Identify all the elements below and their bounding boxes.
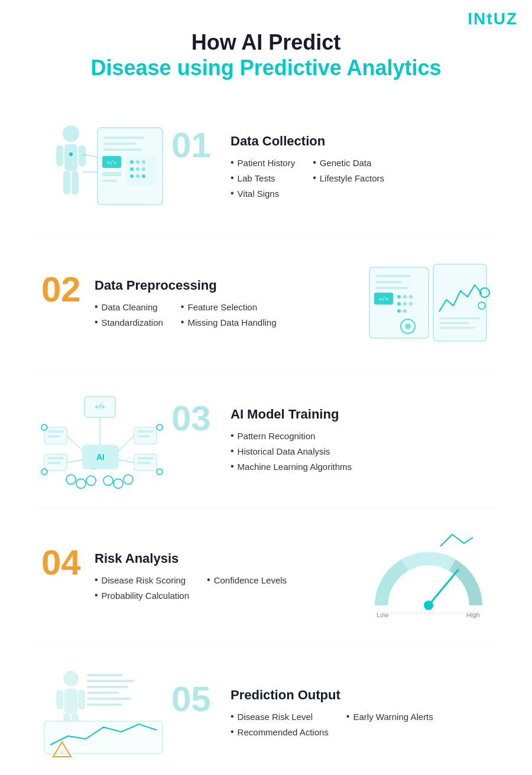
svg-point-22 — [142, 174, 145, 178]
section-05-title: Prediction Output — [231, 688, 485, 703]
bullets-left-01: Patient History Lab Tests Vital Signs — [231, 157, 295, 199]
svg-rect-10 — [103, 148, 142, 151]
bullet-feature-selection: Feature Selection — [181, 301, 277, 312]
section-01-title: Data Collection — [231, 134, 384, 149]
svg-rect-55 — [47, 435, 60, 437]
svg-rect-92 — [87, 674, 122, 676]
content-02: Data Preprocessing Data Cleaning Standar… — [83, 272, 361, 333]
svg-point-68 — [103, 476, 113, 485]
svg-rect-61 — [137, 435, 150, 437]
bullet-standardization: Standardization — [95, 317, 163, 327]
logo: INtUZ — [468, 9, 518, 28]
content-05: Prediction Output Disease Risk Level Rec… — [219, 682, 497, 743]
svg-text:</>: </> — [379, 296, 389, 302]
svg-text:</>: </> — [107, 160, 117, 166]
svg-rect-63 — [137, 457, 154, 459]
bullet-early-warning-alerts: Early Warning Alerts — [346, 711, 433, 722]
content-04: Risk Analysis Disease Risk Scoring Proba… — [83, 545, 361, 607]
svg-point-21 — [136, 174, 140, 178]
svg-point-15 — [136, 160, 140, 164]
svg-rect-94 — [87, 686, 128, 688]
svg-point-34 — [403, 295, 407, 299]
svg-rect-96 — [87, 698, 131, 700]
svg-point-33 — [397, 295, 401, 299]
svg-rect-64 — [137, 462, 150, 464]
svg-text:</>: </> — [95, 404, 105, 410]
svg-rect-58 — [47, 462, 60, 464]
header-line2: Disease using Predictive Analytics — [12, 55, 520, 80]
svg-rect-88 — [56, 690, 63, 709]
bullet-genetic-data: Genetic Data — [313, 157, 384, 168]
bullet-pattern-recognition: Pattern Recognition — [231, 430, 352, 441]
section-01-bullets: Patient History Lab Tests Vital Signs Ge… — [231, 157, 384, 199]
step-number-04: 04 — [41, 545, 83, 581]
bullet-data-cleaning: Data Cleaning — [95, 301, 163, 312]
bullet-vital-signs: Vital Signs — [231, 188, 295, 199]
svg-rect-9 — [103, 142, 136, 145]
svg-rect-28 — [375, 275, 411, 277]
svg-point-39 — [397, 309, 401, 313]
svg-rect-89 — [78, 690, 85, 709]
svg-line-72 — [67, 436, 83, 451]
section-05-bullets: Disease Risk Level Recommended Actions E… — [231, 711, 485, 737]
svg-point-65 — [66, 475, 76, 484]
svg-point-17 — [130, 167, 134, 171]
svg-point-79 — [157, 424, 163, 430]
svg-rect-5 — [72, 171, 79, 194]
svg-rect-29 — [375, 281, 402, 283]
svg-rect-3 — [79, 145, 86, 166]
svg-text:!: ! — [61, 750, 63, 755]
svg-rect-1 — [64, 144, 77, 171]
svg-point-82 — [424, 601, 433, 610]
bullet-lab-tests: Lab Tests — [231, 173, 295, 183]
content-03: AI Model Training Pattern Recognition Hi… — [219, 401, 497, 478]
svg-point-78 — [41, 469, 47, 475]
illustration-01: </> — [35, 116, 171, 216]
bullet-patient-history: Patient History — [231, 157, 295, 168]
svg-rect-45 — [439, 317, 481, 319]
svg-point-6 — [69, 153, 73, 156]
svg-rect-54 — [47, 430, 64, 433]
bullets-right-01: Genetic Data Lifestyle Factors — [313, 157, 384, 199]
bullets-left-05: Disease Risk Level Recommended Actions — [231, 711, 329, 737]
bullet-ml-algorithms: Machine Learning Algorithms — [231, 461, 352, 472]
svg-point-40 — [403, 309, 407, 313]
bullet-missing-data: Missing Data Handling — [181, 317, 277, 327]
illustration-02: </> — [361, 252, 497, 353]
svg-point-16 — [142, 160, 145, 164]
step-number-03: 03 — [171, 401, 213, 436]
section-02-bullets: Data Cleaning Standardization Feature Se… — [95, 301, 349, 327]
svg-point-37 — [403, 302, 407, 306]
svg-rect-46 — [439, 322, 469, 324]
svg-text:Low: Low — [377, 611, 388, 618]
bullets-left-04: Disease Risk Scoring Probability Calcula… — [95, 575, 189, 601]
step-number-01: 01 — [171, 128, 213, 163]
section-02: </> 02 — [0, 241, 532, 365]
svg-point-18 — [136, 167, 140, 171]
svg-rect-13 — [126, 156, 157, 186]
illustration-04: Low High — [361, 526, 497, 626]
section-05: ! 05 Prediction Output Disease Risk Leve… — [0, 650, 532, 774]
svg-rect-30 — [375, 287, 408, 289]
step-number-02: 02 — [41, 272, 83, 307]
svg-point-70 — [124, 475, 133, 484]
svg-text:AI: AI — [96, 452, 105, 462]
illustration-03: AI </> — [35, 389, 171, 489]
illustration-05: ! — [35, 662, 171, 763]
svg-line-75 — [118, 460, 134, 462]
svg-rect-87 — [64, 689, 77, 714]
logo-text: INtUZ — [468, 9, 518, 28]
svg-text:High: High — [466, 611, 480, 618]
svg-point-86 — [63, 671, 79, 686]
svg-rect-43 — [433, 264, 486, 341]
svg-rect-26 — [102, 180, 117, 182]
svg-point-67 — [86, 476, 96, 485]
bullets-left-03: Pattern Recognition Historical Data Anal… — [231, 430, 352, 472]
svg-rect-95 — [87, 692, 119, 694]
step-number-05: 05 — [171, 682, 213, 717]
svg-rect-25 — [102, 172, 121, 176]
bullet-recommended-actions: Recommended Actions — [231, 727, 329, 737]
bullets-right-04: Confidence Levels — [207, 575, 287, 601]
svg-point-14 — [130, 160, 134, 164]
bullet-probability-calculation: Probability Calculation — [95, 590, 189, 601]
